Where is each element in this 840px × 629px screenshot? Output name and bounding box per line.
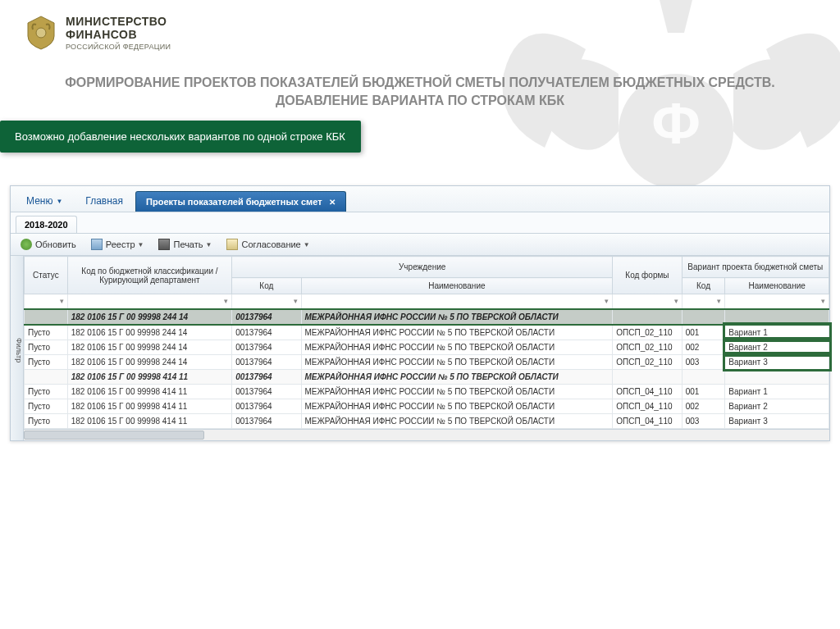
cell-form: ОПСП_02_110 (613, 340, 682, 354)
menu-tab[interactable]: Меню ▼ (16, 189, 73, 212)
filter-vname[interactable] (725, 294, 829, 309)
group-form (613, 369, 682, 384)
col-form[interactable]: Код формы (613, 257, 682, 294)
cell-kbk: 182 0106 15 Г 00 99998 244 14 (67, 325, 231, 340)
col-inst-kod[interactable]: Код (232, 278, 301, 294)
cell-status: Пусто (25, 354, 68, 369)
cell-name: МЕЖРАЙОННАЯ ИФНС РОССИИ № 5 ПО ТВЕРСКОЙ … (301, 354, 613, 369)
group-kod: 00137964 (232, 309, 301, 325)
table-row[interactable]: Пусто182 0106 15 Г 00 99998 244 14001379… (25, 325, 829, 340)
filter-name[interactable] (301, 294, 613, 309)
table-row[interactable]: Пусто182 0106 15 Г 00 99998 414 11001379… (25, 399, 829, 413)
cell-vkod: 002 (682, 340, 725, 354)
cell-status: Пусто (25, 340, 68, 354)
cell-vname: Вариант 2 (725, 340, 829, 354)
group-status (25, 309, 68, 325)
cell-name: МЕЖРАЙОННАЯ ИФНС РОССИИ № 5 ПО ТВЕРСКОЙ … (301, 340, 613, 354)
col-inst-name[interactable]: Наименование (301, 278, 613, 294)
col-institution[interactable]: Учреждение (232, 257, 613, 278)
ministry-header: МИНИСТЕРСТВО ФИНАНСОВ РОССИЙСКОЙ ФЕДЕРАЦ… (0, 0, 840, 66)
cell-vkod: 003 (682, 413, 725, 428)
approval-button[interactable]: Согласование ▼ (221, 236, 314, 253)
chevron-down-icon: ▼ (206, 241, 212, 248)
toolbar: Обновить Реестр ▼ Печать ▼ Согласование … (11, 234, 829, 256)
list-icon (91, 239, 103, 250)
table-row[interactable]: Пусто182 0106 15 Г 00 99998 244 14001379… (25, 354, 829, 369)
cell-vname: Вариант 1 (725, 325, 829, 340)
group-form (613, 309, 682, 325)
refresh-button[interactable]: Обновить (16, 236, 81, 253)
period-tab-label: 2018-2020 (25, 220, 68, 230)
col-kbk[interactable]: Код по бюджетной классификации / Курирую… (67, 257, 231, 294)
cell-kod: 00137964 (232, 399, 301, 413)
cell-vkod: 001 (682, 384, 725, 399)
period-tabbar: 2018-2020 (11, 212, 829, 234)
col-var-kod[interactable]: Код (682, 278, 725, 294)
refresh-label: Обновить (35, 239, 76, 249)
cell-kod: 00137964 (232, 340, 301, 354)
data-grid: Статус Код по бюджетной классификации / … (24, 256, 829, 429)
group-name: МЕЖРАЙОННАЯ ИФНС РОССИИ № 5 ПО ТВЕРСКОЙ … (301, 309, 613, 325)
group-row[interactable]: 182 0106 15 Г 00 99998 244 1400137964МЕЖ… (25, 309, 829, 325)
filter-kbk[interactable] (67, 294, 231, 309)
period-tab[interactable]: 2018-2020 (16, 216, 77, 233)
table-row[interactable]: Пусто182 0106 15 Г 00 99998 414 11001379… (25, 384, 829, 399)
close-icon[interactable]: ✕ (329, 198, 336, 207)
home-tab[interactable]: Главная (75, 189, 134, 212)
cell-vname: Вариант 2 (725, 399, 829, 413)
cell-kbk: 182 0106 15 Г 00 99998 244 14 (67, 354, 231, 369)
cell-vname: Вариант 3 (725, 354, 829, 369)
cell-name: МЕЖРАЙОННАЯ ИФНС РОССИИ № 5 ПО ТВЕРСКОЙ … (301, 399, 613, 413)
ministry-emblem-icon (25, 15, 57, 51)
cell-name: МЕЖРАЙОННАЯ ИФНС РОССИИ № 5 ПО ТВЕРСКОЙ … (301, 384, 613, 399)
cell-kod: 00137964 (232, 325, 301, 340)
filter-sidebar[interactable]: Фильтр (11, 256, 24, 440)
group-vname (725, 369, 829, 384)
group-kbk: 182 0106 15 Г 00 99998 414 11 (67, 369, 231, 384)
cell-form: ОПСП_04_110 (613, 413, 682, 428)
horizontal-scrollbar[interactable] (24, 429, 829, 440)
group-name: МЕЖРАЙОННАЯ ИФНС РОССИИ № 5 ПО ТВЕРСКОЙ … (301, 369, 613, 384)
print-label: Печать (173, 239, 203, 249)
svg-point-2 (36, 28, 46, 38)
cell-status: Пусто (25, 325, 68, 340)
cell-kod: 00137964 (232, 413, 301, 428)
cell-vname: Вариант 3 (725, 413, 829, 428)
main-tabbar: Меню ▼ Главная Проекты показателей бюдже… (11, 186, 829, 212)
approval-label: Согласование (241, 239, 300, 249)
col-status[interactable]: Статус (25, 257, 68, 294)
cell-status: Пусто (25, 399, 68, 413)
refresh-icon (21, 239, 32, 250)
filter-status[interactable] (25, 294, 68, 309)
table-row[interactable]: Пусто182 0106 15 Г 00 99998 244 14001379… (25, 340, 829, 354)
registry-button[interactable]: Реестр ▼ (86, 236, 149, 253)
page-title: ФОРМИРОВАНИЕ ПРОЕКТОВ ПОКАЗАТЕЛЕЙ БЮДЖЕТ… (0, 66, 840, 121)
group-row[interactable]: 182 0106 15 Г 00 99998 414 1100137964МЕЖ… (25, 369, 829, 384)
cell-kbk: 182 0106 15 Г 00 99998 414 11 (67, 413, 231, 428)
cell-kbk: 182 0106 15 Г 00 99998 414 11 (67, 384, 231, 399)
group-vkod (682, 369, 725, 384)
cell-name: МЕЖРАЙОННАЯ ИФНС РОССИИ № 5 ПО ТВЕРСКОЙ … (301, 325, 613, 340)
scrollbar-thumb[interactable] (24, 431, 204, 440)
cell-name: МЕЖРАЙОННАЯ ИФНС РОССИИ № 5 ПО ТВЕРСКОЙ … (301, 413, 613, 428)
col-var-name[interactable]: Наименование (725, 278, 829, 294)
cell-vkod: 002 (682, 399, 725, 413)
cell-form: ОПСП_02_110 (613, 325, 682, 340)
projects-tab[interactable]: Проекты показателей бюджетных смет ✕ (135, 191, 346, 212)
filter-kod[interactable] (232, 294, 301, 309)
group-kod: 00137964 (232, 369, 301, 384)
cell-form: ОПСП_02_110 (613, 354, 682, 369)
chevron-down-icon: ▼ (304, 241, 310, 248)
filter-form[interactable] (613, 294, 682, 309)
ministry-line3: РОССИЙСКОЙ ФЕДЕРАЦИИ (66, 43, 171, 51)
cell-form: ОПСП_04_110 (613, 384, 682, 399)
col-variant[interactable]: Вариант проекта бюджетной сметы (682, 257, 829, 278)
application-window: Меню ▼ Главная Проекты показателей бюдже… (10, 185, 830, 441)
filter-vkod[interactable] (682, 294, 725, 309)
print-button[interactable]: Печать ▼ (153, 236, 217, 253)
table-row[interactable]: Пусто182 0106 15 Г 00 99998 414 11001379… (25, 413, 829, 428)
cell-kbk: 182 0106 15 Г 00 99998 244 14 (67, 340, 231, 354)
group-status (25, 369, 68, 384)
menu-tab-label: Меню (26, 195, 52, 207)
home-tab-label: Главная (85, 195, 123, 207)
